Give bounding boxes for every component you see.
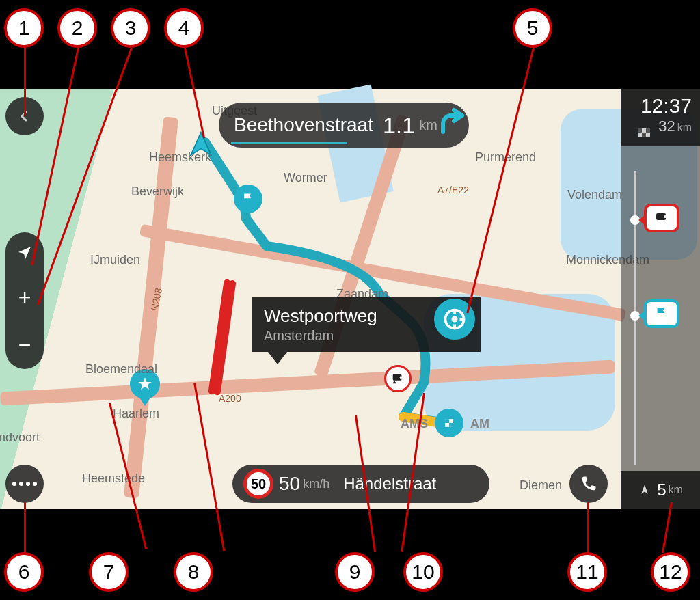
waypoint-marker[interactable] <box>234 185 262 213</box>
destination-marker[interactable] <box>435 409 463 437</box>
annotation-callout: 9 <box>335 552 375 592</box>
route-bar-camera-icon[interactable] <box>644 204 679 232</box>
map-label: IJmuiden <box>90 253 140 267</box>
speed-panel[interactable]: 50 50 km/h Händelstraat <box>232 465 489 503</box>
svg-rect-1 <box>445 419 449 423</box>
map-label: AMS <box>401 417 428 431</box>
remaining-distance: 32 <box>658 118 675 135</box>
annotation-leader <box>24 48 26 116</box>
map-label: Beverwijk <box>131 185 184 199</box>
svg-point-12 <box>664 215 667 218</box>
zoom-in-button[interactable]: + <box>5 273 44 321</box>
annotation-callout: 4 <box>164 8 204 48</box>
next-street-name: Beethovenstraat <box>234 114 373 136</box>
current-road-name: Händelstraat <box>343 474 436 493</box>
arrival-panel[interactable]: 12:37 32km <box>621 89 700 146</box>
annotation-callout: 3 <box>111 8 150 48</box>
location-title: Westpoortweg <box>264 305 377 327</box>
next-event-distance: 5 <box>657 480 666 500</box>
phone-button[interactable] <box>569 465 608 503</box>
svg-rect-8 <box>638 128 642 133</box>
map-label: ndvoort <box>0 431 40 445</box>
svg-point-4 <box>400 376 403 379</box>
instruction-progress-bar <box>231 142 347 144</box>
annotation-callout: 1 <box>4 8 44 48</box>
turn-right-icon <box>438 107 470 143</box>
zoom-out-button[interactable]: − <box>5 321 44 369</box>
checkered-flag-icon <box>638 123 650 131</box>
annotation-leader <box>587 502 589 554</box>
svg-rect-2 <box>449 423 453 427</box>
speed-camera-marker[interactable] <box>384 365 412 392</box>
north-arrow-icon <box>638 483 651 497</box>
map-label: Wormer <box>284 171 327 185</box>
annotation-callout: 11 <box>567 552 607 592</box>
map-label: Volendam <box>567 188 622 202</box>
next-turn-distance-unit: km <box>419 118 438 133</box>
main-menu-button[interactable] <box>5 465 44 503</box>
road-label: A7/E22 <box>438 185 469 195</box>
map-label: AM <box>470 417 489 431</box>
annotation-callout: 12 <box>651 552 690 592</box>
annotation-callout: 7 <box>89 552 129 592</box>
current-speed: 50 <box>279 473 300 495</box>
route-bar[interactable]: 12:37 32km 5 km <box>621 89 700 509</box>
annotation-callout: 2 <box>57 8 97 48</box>
next-turn-distance: 1.1 <box>383 112 415 139</box>
annotation-callout: 10 <box>403 552 443 592</box>
remaining-distance-unit: km <box>677 122 692 133</box>
svg-rect-10 <box>642 133 646 137</box>
svg-rect-9 <box>646 128 650 133</box>
annotation-callout: 5 <box>513 8 552 48</box>
annotation-callout: 8 <box>174 552 213 592</box>
location-subtitle: Amsterdam <box>264 328 377 344</box>
next-event-distance-unit: km <box>669 484 683 496</box>
speed-limit-sign: 50 <box>243 469 273 499</box>
speed-unit: km/h <box>303 477 329 491</box>
annotation-callout: 6 <box>4 552 44 592</box>
route-bar-next-panel[interactable]: 5 km <box>621 471 700 509</box>
traffic-jam-segment <box>208 279 231 395</box>
annotation-leader <box>662 502 673 553</box>
annotation-leader <box>24 502 26 554</box>
switch-view-button[interactable] <box>16 232 33 273</box>
map-label: Heemskerk <box>149 150 211 165</box>
road-label: A200 <box>219 393 241 404</box>
route-bar-waypoint-icon[interactable] <box>644 299 679 328</box>
svg-point-6 <box>452 316 458 323</box>
map-label: Haarlem <box>113 407 159 421</box>
next-instruction-panel[interactable]: Beethovenstraat 1.1 km <box>219 103 469 148</box>
arrival-time: 12:37 <box>629 94 692 118</box>
map-label: Bloemendaal <box>85 362 157 377</box>
map-label: Diemen <box>520 478 562 493</box>
map-label: Heemstede <box>82 472 145 486</box>
